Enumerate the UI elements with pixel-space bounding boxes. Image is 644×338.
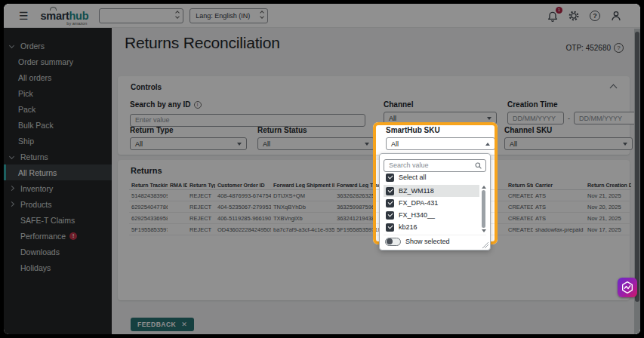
settings-gear-icon[interactable] bbox=[568, 10, 580, 22]
table-cell: 363241219438 bbox=[334, 215, 384, 222]
table-cell: ATS bbox=[533, 204, 585, 210]
sku-option-list: BZ_WM118 FX_DPA-431 FX_H340__ kb bbox=[384, 185, 486, 233]
page-scrollbar-thumb[interactable] bbox=[635, 32, 639, 302]
sidebar-item[interactable]: Performance ! bbox=[4, 228, 112, 244]
language-select-value: Lang: English (IN) bbox=[196, 12, 250, 20]
table-cell: OD436022284249505100 bbox=[215, 226, 271, 233]
smarthub-logo[interactable]: smarthub by amazon bbox=[41, 10, 89, 22]
return-type-field: Return Type All bbox=[130, 126, 247, 150]
checkbox-checked-icon[interactable] bbox=[386, 187, 394, 195]
sku-option[interactable]: BZ_WM118 bbox=[384, 185, 479, 197]
sku-option-label: BZ_WM118 bbox=[399, 187, 434, 195]
header-cell: Forward Leg Tracking ID bbox=[334, 183, 384, 188]
hamburger-menu-icon[interactable]: ☰ bbox=[19, 11, 29, 21]
sidebar-item[interactable]: Bulk Pack bbox=[4, 117, 112, 133]
header-cell: RMA ID bbox=[168, 183, 187, 188]
sidebar-item[interactable]: Orders bbox=[4, 38, 112, 54]
table-cell: 5F19558535971F bbox=[334, 226, 384, 233]
sidebar-item[interactable]: Pick bbox=[4, 85, 112, 101]
sidebar-item-label: Performance bbox=[20, 232, 66, 241]
otp-value: OTP: 452680 bbox=[566, 44, 611, 52]
table-cell: 629254336958 bbox=[129, 215, 168, 222]
sidebar-item[interactable]: Order summary bbox=[4, 54, 112, 69]
alert-badge-icon: ! bbox=[69, 232, 77, 240]
feedback-button[interactable]: FEEDBACK ✕ bbox=[131, 318, 194, 331]
collapse-chevron-icon[interactable] bbox=[610, 84, 618, 92]
help-icon[interactable]: ? bbox=[589, 10, 601, 22]
extension-hexagon-pulse-icon[interactable] bbox=[618, 278, 637, 297]
language-select[interactable]: Lang: English (IN) bbox=[190, 8, 268, 23]
scroll-down-icon[interactable] bbox=[482, 229, 486, 232]
notifications-bell-icon[interactable]: 1 bbox=[547, 10, 559, 22]
show-selected-toggle[interactable] bbox=[385, 238, 401, 246]
table-cell: REJECT bbox=[187, 192, 215, 199]
header-cell: Return Tracking ID bbox=[129, 183, 168, 188]
select-all-row[interactable]: Select all bbox=[384, 171, 486, 183]
info-icon[interactable]: i bbox=[194, 101, 202, 109]
node-select[interactable] bbox=[99, 8, 183, 23]
sidebar-item[interactable]: Ship bbox=[4, 133, 112, 149]
sidebar-item[interactable]: All Returns bbox=[4, 164, 112, 180]
return-type-select[interactable]: All bbox=[130, 137, 247, 150]
scrollbar-thumb[interactable] bbox=[482, 190, 485, 228]
resize-handle-icon[interactable] bbox=[482, 242, 488, 248]
table-cell: CREATED bbox=[506, 192, 533, 199]
sidebar-item[interactable]: Holidays bbox=[4, 260, 112, 275]
header-cell: Customer Order ID bbox=[215, 183, 271, 188]
table-cell: 406-5119285-9661900 bbox=[215, 215, 271, 222]
smarthub-sku-field: SmartHub SKU All bbox=[386, 126, 495, 150]
dropdown-scrollbar[interactable] bbox=[481, 185, 486, 233]
otp-help-icon[interactable]: ? bbox=[614, 43, 624, 53]
sidebar-item[interactable]: Inventory bbox=[4, 180, 112, 196]
sidebar-item[interactable]: Downloads bbox=[4, 244, 112, 260]
sidebar-item[interactable]: Products bbox=[4, 196, 112, 212]
browser-frame: ☰ smarthub by amazon Lang: English (IN) … bbox=[0, 0, 644, 338]
table-cell: ba7c7af9-a3cf-4c1e-935b-... bbox=[271, 226, 334, 233]
user-profile-icon[interactable] bbox=[610, 10, 622, 22]
checkbox-checked-icon[interactable] bbox=[386, 199, 394, 207]
date-from-input[interactable] bbox=[507, 112, 564, 124]
chevron-icon bbox=[7, 44, 16, 48]
search-input[interactable] bbox=[130, 114, 365, 127]
return-status-select[interactable]: All bbox=[257, 137, 374, 150]
sidebar-item[interactable]: Returns bbox=[4, 149, 112, 164]
date-separator: - bbox=[568, 115, 570, 122]
channel-select[interactable]: All bbox=[384, 112, 497, 124]
sidebar-item[interactable]: SAFE-T Claims bbox=[4, 212, 112, 228]
table-cell: 514824383909 bbox=[129, 192, 168, 199]
table-cell: CREATED bbox=[506, 204, 533, 210]
sku-option[interactable]: FX_DPA-431 bbox=[384, 197, 479, 209]
sidebar-item[interactable]: Pack bbox=[4, 101, 112, 117]
smarthub-sku-select[interactable]: All bbox=[386, 137, 495, 150]
table-cell: TXBVnglXb bbox=[271, 215, 334, 222]
checkbox-checked-icon[interactable] bbox=[386, 223, 394, 232]
sku-option[interactable]: FX_H340__ bbox=[384, 209, 479, 221]
channel-sku-select[interactable]: All bbox=[504, 137, 633, 150]
smarthub-sku-value: All bbox=[391, 140, 399, 148]
smarthub-sku-label: SmartHub SKU bbox=[386, 126, 495, 134]
header-actions: 1 ? bbox=[547, 10, 622, 22]
controls-panel: Controls Search by any IDi Channel All C… bbox=[118, 76, 630, 155]
checkbox-checked-icon[interactable] bbox=[386, 174, 394, 182]
sku-option[interactable]: kb216 bbox=[384, 221, 479, 233]
close-icon[interactable]: ✕ bbox=[181, 321, 187, 328]
sidebar-item-label: Order summary bbox=[18, 57, 73, 66]
search-label: Search by any ID bbox=[130, 100, 191, 109]
sidebar-item-label: Downloads bbox=[20, 247, 60, 257]
return-status-value: All bbox=[263, 140, 270, 148]
sku-search-input[interactable] bbox=[384, 159, 486, 172]
scroll-up-icon[interactable] bbox=[482, 186, 486, 189]
table-cell: Nov 21, 2025 bbox=[585, 192, 631, 199]
sidebar-item[interactable]: All orders bbox=[4, 69, 112, 85]
channel-label: Channel bbox=[384, 100, 497, 109]
table-cell: Nov 21, 2025 bbox=[585, 215, 631, 222]
search-icon bbox=[474, 159, 482, 167]
table-cell: 629254047786 bbox=[129, 204, 168, 210]
chevron-icon bbox=[7, 186, 16, 190]
returns-title: Returns bbox=[131, 166, 162, 175]
controls-title: Controls bbox=[131, 83, 162, 91]
table-cell: REJECT bbox=[187, 226, 215, 233]
checkbox-checked-icon[interactable] bbox=[386, 211, 394, 220]
shop-awning-icon bbox=[50, 7, 57, 11]
date-to-input[interactable] bbox=[574, 112, 637, 124]
